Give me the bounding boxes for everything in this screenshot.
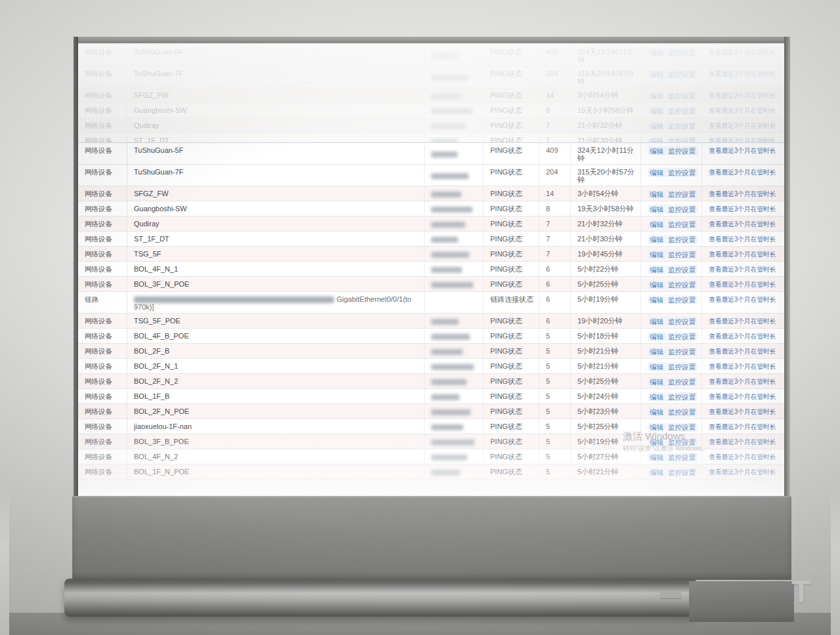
monitor-settings-link[interactable]: 监控设置 xyxy=(668,122,696,130)
monitor-settings-link[interactable]: 监控设置 xyxy=(668,92,696,100)
device-name[interactable]: SFGZ_FW xyxy=(127,186,424,201)
view-history-link[interactable]: 查看最近3个月在管时长 xyxy=(709,107,776,114)
edit-link[interactable]: 编辑 xyxy=(650,236,663,243)
edit-link[interactable]: 编辑 xyxy=(650,137,663,142)
edit-link[interactable]: 编辑 xyxy=(650,333,663,340)
monitor-settings-link[interactable]: 监控设置 xyxy=(668,363,696,371)
view-history-link[interactable]: 查看最近3个月在管时长 xyxy=(709,137,776,142)
edit-link[interactable]: 编辑 xyxy=(650,266,663,274)
device-name[interactable]: GigabitEthernet0/0/1(to 970k)] xyxy=(127,292,424,313)
edit-link[interactable]: 编辑 xyxy=(650,378,663,386)
monitor-settings-link[interactable]: 监控设置 xyxy=(668,468,696,476)
view-history-link[interactable]: 查看最近3个月在管时长 xyxy=(709,49,776,56)
edit-link[interactable]: 编辑 xyxy=(650,122,663,130)
monitor-settings-link[interactable]: 监控设置 xyxy=(668,296,696,304)
edit-link[interactable]: 编辑 xyxy=(650,169,663,176)
view-history-link[interactable]: 查看最近3个月在管时长 xyxy=(709,147,776,154)
monitor-settings-link[interactable]: 监控设置 xyxy=(668,107,696,115)
view-history-link[interactable]: 查看最近3个月在管时长 xyxy=(709,251,776,258)
view-history-link[interactable]: 查看最近3个月在管时长 xyxy=(709,333,776,340)
view-history-link[interactable]: 查看最近3个月在管时长 xyxy=(709,408,776,415)
view-history-link[interactable]: 查看最近3个月在管时长 xyxy=(709,190,776,197)
edit-link[interactable]: 编辑 xyxy=(650,468,663,476)
view-history-link[interactable]: 查看最近3个月在管时长 xyxy=(709,236,776,243)
device-name[interactable]: BOL_4F_B_POE xyxy=(127,329,424,343)
monitor-settings-link[interactable]: 监控设置 xyxy=(668,236,696,243)
edit-link[interactable]: 编辑 xyxy=(650,296,663,304)
device-name[interactable]: BOL_3F_N_POE xyxy=(127,277,424,291)
view-history-link[interactable]: 查看最近3个月在管时长 xyxy=(709,205,776,213)
device-name[interactable]: BOL_2F_N_POE xyxy=(127,404,424,419)
view-history-link[interactable]: 查看最近3个月在管时长 xyxy=(709,363,776,370)
monitor-settings-link[interactable]: 监控设置 xyxy=(668,393,696,401)
edit-link[interactable]: 编辑 xyxy=(650,438,663,446)
device-name[interactable]: TuShuGuan-7F xyxy=(127,66,424,87)
view-history-link[interactable]: 查看最近3个月在管时长 xyxy=(709,169,776,176)
monitor-settings-link[interactable]: 监控设置 xyxy=(668,378,696,386)
monitor-settings-link[interactable]: 监控设置 xyxy=(668,423,696,431)
edit-link[interactable]: 编辑 xyxy=(650,251,663,258)
view-history-link[interactable]: 查看最近3个月在管时长 xyxy=(709,438,776,445)
device-name[interactable]: jiaoxuelou-1F-nan xyxy=(127,419,424,434)
device-name[interactable]: TuShuGuan-5F xyxy=(127,143,424,164)
monitor-settings-link[interactable]: 监控设置 xyxy=(668,70,696,78)
device-name[interactable]: ST_1F_DT xyxy=(127,133,424,142)
edit-link[interactable]: 编辑 xyxy=(650,205,663,213)
view-history-link[interactable]: 查看最近3个月在管时长 xyxy=(709,423,776,430)
monitor-settings-link[interactable]: 监控设置 xyxy=(668,438,696,446)
monitor-settings-link[interactable]: 监控设置 xyxy=(668,137,696,142)
edit-link[interactable]: 编辑 xyxy=(650,408,663,416)
device-name[interactable]: BOL_4F_N_1 xyxy=(127,262,424,276)
device-name[interactable]: BOL_1F_B xyxy=(127,389,424,403)
monitor-settings-link[interactable]: 监控设置 xyxy=(668,190,696,198)
device-name[interactable]: BOL_2F_B xyxy=(127,344,424,358)
device-name[interactable]: TuShuGuan-5F xyxy=(127,45,424,66)
edit-link[interactable]: 编辑 xyxy=(650,92,663,100)
monitor-settings-link[interactable]: 监控设置 xyxy=(668,318,696,325)
monitor-settings-link[interactable]: 监控设置 xyxy=(668,266,696,274)
device-name[interactable]: BOL_2F_N_1 xyxy=(127,359,424,373)
device-name[interactable]: TSG_5F xyxy=(127,247,424,261)
device-name[interactable]: Qudiray xyxy=(127,216,424,231)
edit-link[interactable]: 编辑 xyxy=(650,393,663,401)
edit-link[interactable]: 编辑 xyxy=(650,49,663,56)
edit-link[interactable]: 编辑 xyxy=(650,107,663,115)
view-history-link[interactable]: 查看最近3个月在管时长 xyxy=(709,92,776,99)
edit-link[interactable]: 编辑 xyxy=(650,363,663,371)
view-history-link[interactable]: 查看最近3个月在管时长 xyxy=(709,453,776,461)
device-name[interactable]: Guangboshi-SW xyxy=(127,103,424,117)
power-button[interactable] xyxy=(660,592,681,598)
device-name[interactable]: SFGZ_FW xyxy=(127,88,424,102)
device-name[interactable]: Guangboshi-SW xyxy=(127,201,424,216)
view-history-link[interactable]: 查看最近3个月在管时长 xyxy=(709,281,776,288)
view-history-link[interactable]: 查看最近3个月在管时长 xyxy=(709,122,776,129)
edit-link[interactable]: 编辑 xyxy=(650,348,663,356)
device-name[interactable]: BOL_3F_B_POE xyxy=(127,434,424,449)
monitor-settings-link[interactable]: 监控设置 xyxy=(668,169,696,176)
view-history-link[interactable]: 查看最近3个月在管时长 xyxy=(709,318,776,325)
view-history-link[interactable]: 查看最近3个月在管时长 xyxy=(709,220,776,228)
monitor-settings-link[interactable]: 监控设置 xyxy=(668,348,696,356)
monitor-settings-link[interactable]: 监控设置 xyxy=(668,205,696,213)
view-history-link[interactable]: 查看最近3个月在管时长 xyxy=(709,266,776,273)
view-history-link[interactable]: 查看最近3个月在管时长 xyxy=(709,393,776,400)
device-name[interactable]: BOL_2F_N_2 xyxy=(127,374,424,388)
edit-link[interactable]: 编辑 xyxy=(650,70,663,78)
edit-link[interactable]: 编辑 xyxy=(650,453,663,461)
monitor-settings-link[interactable]: 监控设置 xyxy=(668,147,696,155)
monitor-settings-link[interactable]: 监控设置 xyxy=(668,453,696,461)
edit-link[interactable]: 编辑 xyxy=(650,147,663,155)
view-history-link[interactable]: 查看最近3个月在管时长 xyxy=(709,468,776,476)
device-name[interactable]: TuShuGuan-7F xyxy=(127,165,424,186)
monitor-settings-link[interactable]: 监控设置 xyxy=(668,333,696,340)
edit-link[interactable]: 编辑 xyxy=(650,423,663,431)
edit-link[interactable]: 编辑 xyxy=(650,190,663,198)
monitor-settings-link[interactable]: 监控设置 xyxy=(668,408,696,416)
monitor-settings-link[interactable]: 监控设置 xyxy=(668,251,696,258)
edit-link[interactable]: 编辑 xyxy=(650,220,663,228)
view-history-link[interactable]: 查看最近3个月在管时长 xyxy=(709,378,776,385)
device-name[interactable]: ST_1F_DT xyxy=(127,232,424,246)
view-history-link[interactable]: 查看最近3个月在管时长 xyxy=(709,296,776,303)
device-name[interactable]: TSG_5F_POE xyxy=(127,314,424,328)
monitor-settings-link[interactable]: 监控设置 xyxy=(668,49,696,56)
